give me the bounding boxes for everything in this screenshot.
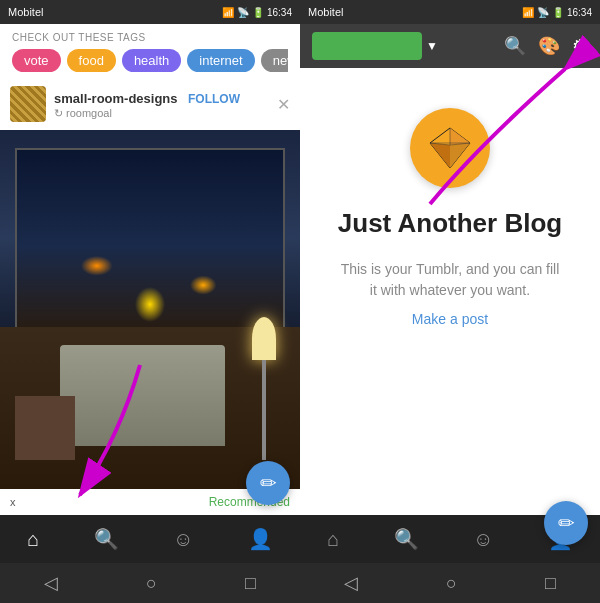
tag-internet[interactable]: internet xyxy=(187,49,254,72)
tab-emoji[interactable]: ☺ xyxy=(173,528,193,551)
left-fab-button[interactable]: ✏ xyxy=(246,461,290,505)
tab-search[interactable]: 🔍 xyxy=(94,527,119,551)
blog-logo xyxy=(410,108,490,188)
left-status-bar: Mobitel 📶 📡 🔋 16:34 xyxy=(0,0,300,24)
room-window xyxy=(15,148,285,345)
r-battery-icon: 🔋 xyxy=(552,7,564,18)
reblog-icon: ↻ xyxy=(54,107,63,120)
svg-marker-3 xyxy=(430,143,450,168)
wifi-icon: 📡 xyxy=(237,7,249,18)
right-carrier: Mobitel xyxy=(308,6,343,18)
post-avatar xyxy=(10,86,46,122)
blog-selector[interactable]: ▼ xyxy=(312,32,438,60)
left-status-icons: 📶 📡 🔋 16:34 xyxy=(222,7,292,18)
right-status-bar: Mobitel 📶 📡 🔋 16:34 xyxy=(300,0,600,24)
city-view xyxy=(17,150,283,343)
right-nav-bar: ◁ ○ □ xyxy=(300,563,600,603)
search-icon[interactable]: 🔍 xyxy=(504,35,526,57)
left-app-header: CHECK OUT THESE TAGS vote food health in… xyxy=(0,24,300,78)
post-user-info: small-room-designs FOLLOW ↻ roomgoal xyxy=(54,89,269,120)
left-screen: Mobitel 📶 📡 🔋 16:34 CHECK OUT THESE TAGS… xyxy=(0,0,300,603)
right-status-icons: 📶 📡 🔋 16:34 xyxy=(522,7,592,18)
recents-button[interactable]: □ xyxy=(245,573,256,594)
blog-title: Just Another Blog xyxy=(338,208,562,239)
post-username: small-room-designs xyxy=(54,91,178,106)
header-icons: 🔍 🎨 ⚙ xyxy=(504,35,588,57)
right-app-header: ▼ 🔍 🎨 ⚙ xyxy=(300,24,600,68)
tags-row: vote food health internet new xyxy=(12,49,288,72)
svg-marker-4 xyxy=(450,143,470,168)
lamp-shade xyxy=(252,317,276,360)
room-scene xyxy=(0,130,300,489)
r-wifi-icon: 📡 xyxy=(537,7,549,18)
close-button[interactable]: ✕ xyxy=(277,95,290,114)
r-recents-button[interactable]: □ xyxy=(545,573,556,594)
right-screen: Mobitel 📶 📡 🔋 16:34 ▼ 🔍 🎨 ⚙ xyxy=(300,0,600,603)
right-fab-button[interactable]: ✏ xyxy=(544,501,588,545)
blog-selector-bar[interactable] xyxy=(312,32,422,60)
signal-icon: 📶 xyxy=(222,7,234,18)
tag-new[interactable]: new xyxy=(261,49,288,72)
make-post-link[interactable]: Make a post xyxy=(412,311,488,327)
room-lamp xyxy=(252,317,276,461)
r-tab-search[interactable]: 🔍 xyxy=(394,527,419,551)
blog-description: This is your Tumblr, and you can fill it… xyxy=(340,259,560,301)
palette-icon[interactable]: 🎨 xyxy=(538,35,560,57)
post-username-row: small-room-designs FOLLOW xyxy=(54,89,269,107)
tag-health[interactable]: health xyxy=(122,49,181,72)
tags-label: CHECK OUT THESE TAGS xyxy=(12,32,288,43)
lamp-stand xyxy=(262,360,267,461)
chevron-down-icon: ▼ xyxy=(426,39,438,53)
svg-marker-2 xyxy=(450,128,470,145)
blog-logo-svg xyxy=(425,123,475,173)
tab-profile[interactable]: 👤 xyxy=(248,527,273,551)
follow-button[interactable]: FOLLOW xyxy=(188,92,240,106)
post-x-label: x xyxy=(10,496,16,508)
room-table xyxy=(15,396,75,461)
right-main-content: Just Another Blog This is your Tumblr, a… xyxy=(300,68,600,515)
avatar-pattern xyxy=(10,86,46,122)
r-tab-home[interactable]: ⌂ xyxy=(327,528,339,551)
post-header: small-room-designs FOLLOW ↻ roomgoal ✕ xyxy=(0,78,300,130)
r-home-button[interactable]: ○ xyxy=(446,573,457,594)
home-button[interactable]: ○ xyxy=(146,573,157,594)
post-card: small-room-designs FOLLOW ↻ roomgoal ✕ xyxy=(0,78,300,515)
tag-food[interactable]: food xyxy=(67,49,116,72)
left-nav-bar: ◁ ○ □ xyxy=(0,563,300,603)
left-tab-bar: ⌂ 🔍 ☺ 👤 xyxy=(0,515,300,563)
post-image xyxy=(0,130,300,489)
back-button[interactable]: ◁ xyxy=(44,572,58,594)
left-time: 16:34 xyxy=(267,7,292,18)
right-time: 16:34 xyxy=(567,7,592,18)
r-back-button[interactable]: ◁ xyxy=(344,572,358,594)
post-subtitle: ↻ roomgoal xyxy=(54,107,269,120)
settings-icon[interactable]: ⚙ xyxy=(572,35,588,57)
post-source: roomgoal xyxy=(66,107,112,119)
r-tab-emoji[interactable]: ☺ xyxy=(473,528,493,551)
left-carrier: Mobitel xyxy=(8,6,43,18)
tab-home[interactable]: ⌂ xyxy=(27,528,39,551)
r-signal-icon: 📶 xyxy=(522,7,534,18)
room-sofa xyxy=(60,345,225,446)
tag-vote[interactable]: vote xyxy=(12,49,61,72)
battery-icon: 🔋 xyxy=(252,7,264,18)
